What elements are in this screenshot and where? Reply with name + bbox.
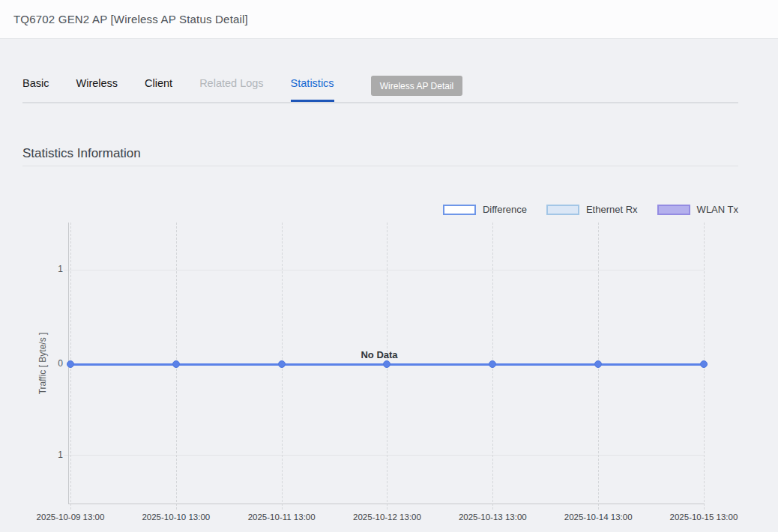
x-tick-label: 2025-10-14 13:00 (557, 513, 639, 522)
section-title: Statistics Information (22, 146, 141, 161)
data-point-marker (489, 360, 496, 368)
data-point-marker (67, 360, 74, 368)
y-axis-line (68, 223, 69, 504)
data-point-marker (594, 360, 602, 368)
zero-traffic-line (70, 363, 704, 366)
x-tick-label: 2025-10-13 13:00 (451, 513, 534, 522)
data-point-marker (383, 360, 390, 368)
legend-swatch-icon (443, 205, 476, 215)
legend-swatch-icon (657, 205, 690, 215)
vertical-gridline (387, 223, 388, 510)
x-tick-label: 2025-10-10 13:00 (135, 513, 217, 522)
vertical-gridline (492, 223, 493, 510)
x-tick-label: 2025-10-09 13:00 (29, 513, 112, 522)
y-tick-label: 0 (45, 358, 63, 369)
page-title: TQ6702 GEN2 AP [Wireless AP Status Detai… (13, 13, 248, 25)
tab-related-logs: Related Logs (199, 77, 263, 100)
vertical-gridline (70, 223, 71, 510)
horizontal-gridline (64, 455, 705, 456)
vertical-gridline (176, 223, 177, 510)
legend-swatch-icon (546, 205, 579, 215)
window-header: TQ6702 GEN2 AP [Wireless AP Status Detai… (0, 0, 778, 39)
y-axis-title: Traffic [ Byte/s ] (37, 315, 48, 412)
x-tick-label: 2025-10-15 13:00 (663, 513, 745, 522)
data-point-marker (172, 360, 180, 368)
no-data-annotation: No Data (342, 349, 417, 360)
legend-item-difference[interactable]: Difference (443, 204, 527, 215)
data-point-marker (278, 360, 286, 368)
x-axis-line (68, 504, 705, 504)
x-tick-label: 2025-10-11 13:00 (241, 513, 323, 522)
tab-statistics[interactable]: Statistics (291, 77, 334, 100)
vertical-gridline (704, 223, 705, 510)
legend-label: WLAN Tx (697, 204, 738, 215)
vertical-gridline (598, 223, 599, 510)
wireless-ap-detail-button[interactable]: Wireless AP Detail (371, 76, 462, 96)
tab-bar-divider (22, 102, 738, 103)
tab-client[interactable]: Client (145, 77, 172, 100)
tab-wireless[interactable]: Wireless (76, 77, 118, 100)
legend-label: Difference (483, 204, 527, 215)
vertical-gridline (282, 223, 283, 510)
legend-item-ethernet-rx[interactable]: Ethernet Rx (546, 204, 638, 215)
legend-item-wlan-tx[interactable]: WLAN Tx (657, 204, 738, 215)
horizontal-gridline (64, 270, 705, 270)
y-tick-label: 1 (45, 450, 63, 460)
chart-legend: DifferenceEthernet RxWLAN Tx (443, 204, 738, 215)
x-tick-label: 2025-10-12 13:00 (346, 513, 428, 522)
section-divider (22, 166, 738, 166)
y-tick-label: 1 (45, 264, 63, 274)
tab-basic[interactable]: Basic (22, 77, 49, 100)
tab-bar: BasicWirelessClientRelated LogsStatistic… (22, 77, 334, 100)
legend-label: Ethernet Rx (586, 204, 638, 215)
wireless-ap-status-detail-page: TQ6702 GEN2 AP [Wireless AP Status Detai… (0, 0, 778, 532)
data-point-marker (700, 360, 708, 368)
